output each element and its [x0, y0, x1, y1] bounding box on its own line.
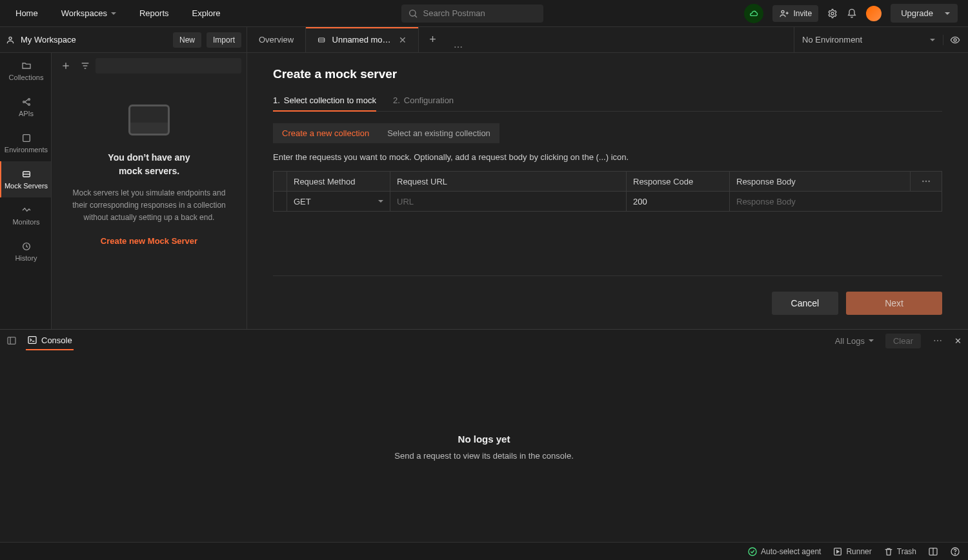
workspace-header: My Workspace New Import [0, 27, 247, 52]
close-console-button[interactable]: ✕ [954, 336, 962, 346]
filter-button[interactable] [76, 57, 94, 75]
agent-status[interactable]: Auto-select agent [747, 546, 821, 557]
dots-icon [453, 42, 463, 52]
rail-monitors[interactable]: Monitors [0, 197, 51, 234]
tab-close-button[interactable]: ✕ [399, 35, 407, 45]
step-1[interactable]: 1. Select collection to mock [273, 90, 376, 112]
rail-collections[interactable]: Collections [0, 53, 51, 89]
help-button[interactable] [950, 546, 960, 557]
nav-workspaces-label: Workspaces [61, 8, 107, 18]
empty-desc: Mock servers let you simulate endpoints … [72, 187, 226, 225]
svg-point-12 [954, 39, 956, 41]
nav-explore[interactable]: Explore [182, 0, 231, 27]
trash-button[interactable]: Trash [883, 546, 916, 557]
trash-icon [883, 546, 894, 557]
new-button-label: New [179, 35, 195, 45]
code-input[interactable]: 200 [627, 192, 730, 211]
trash-label: Trash [897, 547, 916, 556]
new-button[interactable]: New [173, 32, 201, 48]
search-input[interactable]: Search Postman [401, 5, 543, 23]
method-value: GET [294, 197, 311, 206]
import-button-label: Import [213, 35, 235, 45]
dots-icon [921, 176, 931, 186]
cancel-button[interactable]: Cancel [772, 292, 839, 315]
create-button[interactable] [57, 57, 75, 75]
row-handle[interactable] [274, 192, 287, 211]
svg-point-29 [928, 181, 929, 182]
tab-overview[interactable]: Overview [247, 27, 306, 52]
empty-title: You don’t have any mock servers. [108, 151, 190, 178]
create-mock-server-link[interactable]: Create new Mock Server [101, 236, 197, 246]
environment-quicklook-button[interactable] [943, 35, 960, 45]
col-method: Request Method [287, 172, 390, 191]
url-input[interactable]: URL [390, 192, 627, 211]
steps: 1. Select collection to mock 2. Configur… [273, 90, 942, 112]
main: Collections APIs Environments Mock Serve… [0, 53, 968, 329]
tab-mock-server[interactable]: Unnamed mock se… ✕ [306, 27, 419, 52]
rail-environments[interactable]: Environments [0, 125, 51, 161]
rail-mock-servers[interactable]: Mock Servers [0, 161, 51, 197]
chevron-down-icon [869, 339, 874, 345]
svg-marker-39 [837, 550, 839, 553]
log-filter[interactable]: All Logs [835, 336, 874, 346]
console-more-button[interactable] [933, 335, 943, 346]
subtab-new-collection[interactable]: Create a new collection [273, 123, 378, 143]
svg-point-10 [458, 46, 459, 48]
clear-button[interactable]: Clear [885, 334, 921, 348]
svg-point-2 [781, 10, 784, 13]
console-tab[interactable]: Console [26, 331, 74, 350]
environment-label: No Environment [802, 35, 862, 45]
invite-button[interactable]: Invite [772, 5, 818, 22]
body-input[interactable]: Response Body [730, 192, 942, 211]
terminal-icon [27, 335, 37, 345]
avatar[interactable] [866, 6, 882, 21]
plus-icon [61, 61, 71, 71]
svg-point-15 [28, 104, 30, 106]
subtab-existing-collection[interactable]: Select an existing collection [378, 123, 499, 143]
nav-home[interactable]: Home [5, 0, 48, 27]
notifications-button[interactable] [847, 8, 857, 19]
nav-explore-label: Explore [192, 8, 221, 18]
workspace-name: My Workspace [21, 35, 76, 45]
console-body: No logs yet Send a request to view its d… [0, 352, 968, 542]
sync-status-icon[interactable] [744, 4, 763, 23]
method-select[interactable]: GET [287, 192, 390, 211]
two-pane-button[interactable] [928, 546, 938, 557]
content: Create a mock server 1. Select collectio… [247, 53, 968, 329]
svg-point-14 [28, 99, 30, 101]
svg-point-13 [23, 101, 25, 103]
svg-rect-18 [23, 135, 30, 142]
runner-label: Runner [846, 547, 871, 556]
runner-button[interactable]: Runner [832, 546, 871, 557]
toggle-left-panel-button[interactable] [6, 335, 17, 346]
step-2[interactable]: 2. Configuration [393, 90, 454, 111]
api-icon [21, 97, 32, 107]
upgrade-button[interactable]: Upgrade [891, 4, 958, 23]
close-icon: ✕ [954, 336, 962, 346]
bell-icon [847, 8, 857, 19]
col-body: Response Body [730, 172, 911, 191]
environment-selector[interactable]: No Environment [794, 27, 968, 52]
svg-point-34 [934, 340, 935, 341]
new-tab-button[interactable]: + [419, 27, 447, 52]
nav-reports[interactable]: Reports [129, 0, 179, 27]
rail-history[interactable]: History [0, 234, 51, 270]
settings-button[interactable] [827, 8, 838, 19]
svg-point-36 [940, 340, 942, 341]
rail-apis[interactable]: APIs [0, 89, 51, 125]
nav-workspaces[interactable]: Workspaces [51, 0, 126, 27]
console-bar: Console All Logs Clear ✕ [0, 330, 968, 352]
step-2-label: Configuration [404, 95, 454, 106]
rail-apis-label: APIs [19, 110, 34, 117]
tab-overflow-button[interactable] [447, 42, 470, 52]
env-icon [21, 133, 32, 143]
col-url: Request URL [390, 172, 627, 191]
table-header: Request Method Request URL Response Code… [274, 172, 942, 191]
col-more-button[interactable] [911, 172, 942, 191]
side-search-input[interactable] [96, 58, 241, 74]
log-filter-label: All Logs [835, 336, 865, 346]
user-plus-icon [779, 8, 789, 19]
next-button[interactable]: Next [846, 292, 942, 315]
import-button[interactable]: Import [207, 32, 241, 48]
svg-point-11 [460, 46, 461, 48]
